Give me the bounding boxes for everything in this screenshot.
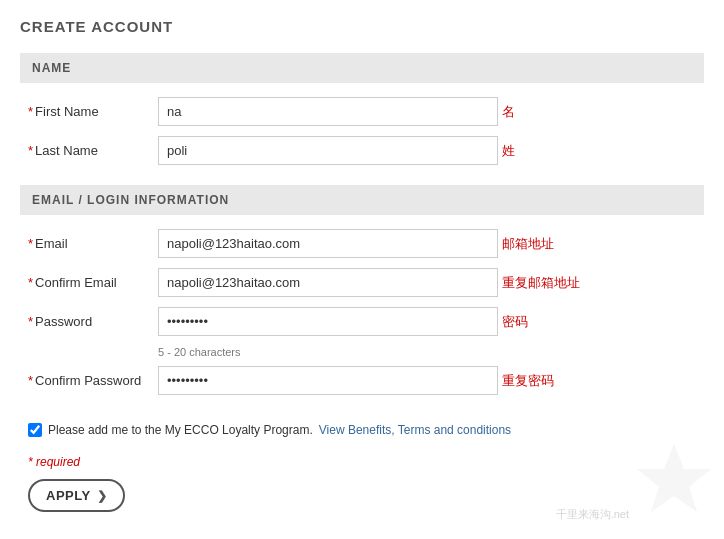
email-row: *Email 邮箱地址 (20, 229, 704, 258)
confirm-email-row: *Confirm Email 重复邮箱地址 (20, 268, 704, 297)
required-star-2: * (28, 143, 33, 158)
confirm-email-input[interactable] (158, 268, 498, 297)
loyalty-checkbox[interactable] (28, 423, 42, 437)
last-name-label: *Last Name (28, 143, 158, 158)
confirm-email-label: *Confirm Email (28, 275, 158, 290)
password-input[interactable] (158, 307, 498, 336)
email-chinese: 邮箱地址 (502, 235, 554, 253)
name-section-header: NAME (20, 53, 704, 83)
loyalty-text: Please add me to the My ECCO Loyalty Pro… (48, 423, 313, 437)
password-chinese: 密码 (502, 313, 528, 331)
first-name-row: *First Name 名 (20, 97, 704, 126)
first-name-input[interactable] (158, 97, 498, 126)
required-star-4: * (28, 275, 33, 290)
watermark-text: 千里来海沟.net (556, 507, 629, 522)
password-hint: 5 - 20 characters (20, 346, 704, 358)
name-section: NAME *First Name 名 *Last Name 姓 (20, 53, 704, 165)
last-name-input[interactable] (158, 136, 498, 165)
last-name-row: *Last Name 姓 (20, 136, 704, 165)
required-star-5: * (28, 314, 33, 329)
first-name-label: *First Name (28, 104, 158, 119)
email-label: *Email (28, 236, 158, 251)
required-note: * required (20, 455, 704, 469)
apply-button[interactable]: APPLY ❯ (28, 479, 125, 512)
required-star-6: * (28, 373, 33, 388)
password-label: *Password (28, 314, 158, 329)
password-row: *Password 密码 (20, 307, 704, 336)
required-star-3: * (28, 236, 33, 251)
last-name-chinese: 姓 (502, 142, 515, 160)
first-name-chinese: 名 (502, 103, 515, 121)
loyalty-link[interactable]: View Benefits, Terms and conditions (319, 423, 511, 437)
svg-marker-0 (637, 444, 711, 512)
email-section: EMAIL / LOGIN INFORMATION *Email 邮箱地址 *C… (20, 185, 704, 395)
confirm-password-label: *Confirm Password (28, 373, 158, 388)
apply-arrow-icon: ❯ (97, 489, 108, 503)
email-input[interactable] (158, 229, 498, 258)
confirm-password-row: *Confirm Password 重复密码 (20, 366, 704, 395)
required-star: * (28, 104, 33, 119)
loyalty-row: Please add me to the My ECCO Loyalty Pro… (20, 415, 704, 445)
apply-button-label: APPLY (46, 488, 91, 503)
confirm-password-chinese: 重复密码 (502, 372, 554, 390)
confirm-password-input[interactable] (158, 366, 498, 395)
confirm-email-chinese: 重复邮箱地址 (502, 274, 580, 292)
email-section-header: EMAIL / LOGIN INFORMATION (20, 185, 704, 215)
page-title: CREATE ACCOUNT (20, 18, 704, 35)
watermark (634, 439, 714, 522)
